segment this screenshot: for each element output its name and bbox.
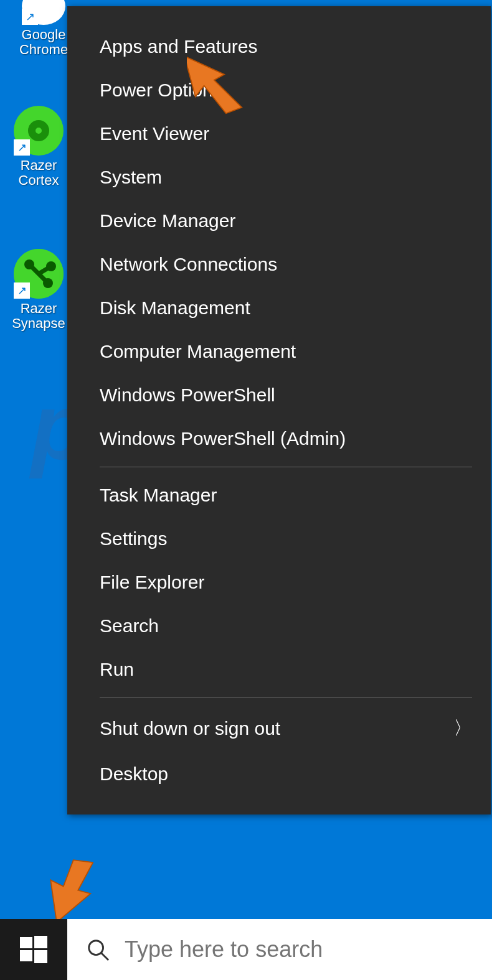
menu-item-task-manager[interactable]: Task Manager [67, 474, 491, 517]
menu-item-search[interactable]: Search [67, 604, 491, 648]
razer-synapse-icon: ↗ [14, 249, 64, 299]
menu-item-disk-management[interactable]: Disk Management [67, 286, 491, 330]
menu-item-file-explorer[interactable]: File Explorer [67, 561, 491, 604]
shortcut-overlay-icon: ↗ [22, 9, 38, 25]
menu-item-event-viewer[interactable]: Event Viewer [67, 112, 491, 156]
menu-item-label: Windows PowerShell [100, 385, 275, 406]
menu-item-label: File Explorer [100, 572, 204, 593]
menu-item-label: Shut down or sign out [100, 718, 280, 739]
svg-point-4 [43, 278, 53, 288]
menu-item-power-options[interactable]: Power Options [67, 68, 491, 112]
menu-item-settings[interactable]: Settings [67, 517, 491, 561]
search-placeholder: Type here to search [125, 936, 323, 963]
menu-item-label: Network Connections [100, 254, 277, 275]
menu-item-label: Computer Management [100, 341, 296, 362]
menu-item-label: Search [100, 615, 159, 637]
menu-item-label: Disk Management [100, 297, 250, 319]
chevron-right-icon: 〉 [453, 716, 472, 741]
svg-point-10 [89, 941, 103, 955]
menu-item-label: Run [100, 659, 134, 680]
menu-item-windows-powershell[interactable]: Windows PowerShell [67, 373, 491, 417]
taskbar: Type here to search [0, 919, 492, 980]
menu-item-network-connections[interactable]: Network Connections [67, 243, 491, 286]
menu-item-device-manager[interactable]: Device Manager [67, 199, 491, 243]
menu-item-computer-management[interactable]: Computer Management [67, 330, 491, 373]
svg-rect-7 [34, 936, 47, 948]
svg-line-11 [102, 953, 108, 960]
winx-power-menu: Apps and Features Power Options Event Vi… [67, 6, 491, 814]
menu-item-label: Device Manager [100, 210, 235, 231]
svg-point-3 [24, 259, 34, 269]
chrome-icon: ↗ [22, 0, 65, 25]
menu-item-label: Task Manager [100, 485, 217, 506]
taskbar-search[interactable]: Type here to search [67, 919, 492, 980]
start-button[interactable] [0, 919, 67, 980]
svg-point-5 [46, 261, 56, 271]
desktop-icon-razer-cortex[interactable]: ↗ Razer Cortex [7, 106, 70, 188]
desktop-icon-chrome[interactable]: ↗ Google Chrome [12, 0, 75, 57]
desktop-background[interactable]: pcrisk ↗ Google Chrome ↗ Razer Cortex ↗ … [0, 0, 492, 980]
menu-item-run[interactable]: Run [67, 648, 491, 691]
annotation-arrow-icon [37, 856, 93, 924]
menu-item-label: Desktop [100, 763, 168, 785]
desktop-icon-razer-synapse[interactable]: ↗ Razer Synapse [7, 249, 70, 331]
shortcut-overlay-icon: ↗ [14, 139, 30, 156]
menu-item-label: Windows PowerShell (Admin) [100, 428, 346, 449]
menu-item-label: Apps and Features [100, 36, 258, 57]
menu-separator [100, 467, 472, 467]
menu-item-label: Event Viewer [100, 123, 209, 144]
svg-rect-8 [20, 950, 32, 961]
windows-logo-icon [20, 936, 47, 963]
svg-rect-6 [20, 937, 32, 948]
menu-item-system[interactable]: System [67, 156, 491, 199]
desktop-icon-label: Razer Cortex [7, 158, 70, 188]
menu-item-desktop[interactable]: Desktop [67, 752, 491, 796]
menu-item-label: System [100, 167, 162, 188]
menu-item-label: Settings [100, 528, 167, 549]
menu-item-label: Power Options [100, 80, 222, 101]
desktop-icon-label: Razer Synapse [7, 301, 70, 331]
svg-rect-9 [34, 950, 47, 963]
menu-separator [100, 698, 472, 698]
shortcut-overlay-icon: ↗ [14, 282, 30, 299]
menu-item-shut-down[interactable]: Shut down or sign out 〉 [67, 704, 491, 752]
razer-cortex-icon: ↗ [14, 106, 64, 156]
search-icon [86, 938, 110, 961]
menu-item-windows-powershell-admin[interactable]: Windows PowerShell (Admin) [67, 417, 491, 460]
desktop-icon-label: Google Chrome [12, 27, 75, 57]
menu-item-apps-and-features[interactable]: Apps and Features [67, 25, 491, 68]
